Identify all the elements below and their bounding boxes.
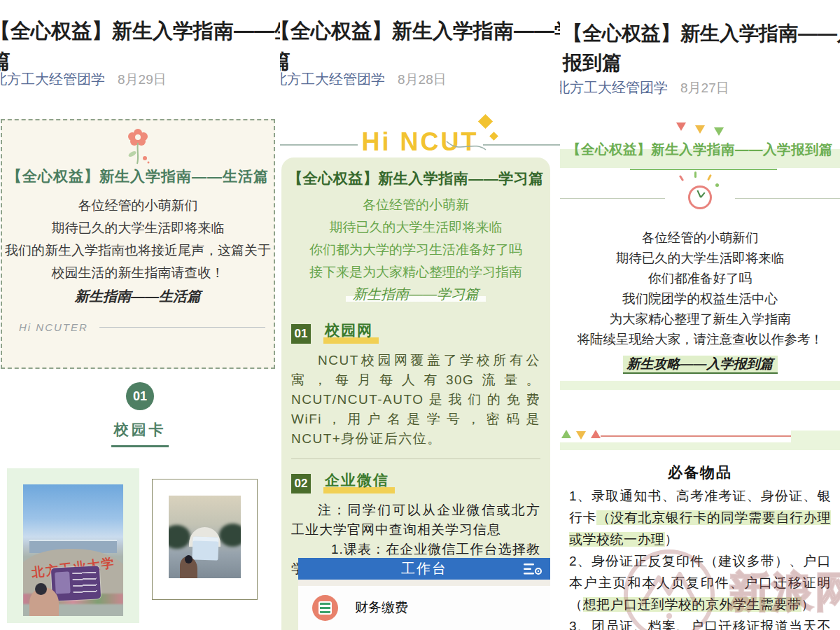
photo-frame-right[interactable] xyxy=(152,479,258,600)
wecom-note: 注：同学们可以从企业微信或北方工业大学官网中查询相关学习信息 xyxy=(291,500,540,540)
publish-date: 8月27日 xyxy=(680,79,729,97)
network-paragraph: NCUT校园网覆盖了学校所有公寓，每月每人有30G流量。NCUT/NCUT-AU… xyxy=(291,351,540,449)
workbench-screenshot[interactable]: 工作台 财务缴费 复学码 xyxy=(298,558,550,630)
divider-line xyxy=(735,198,840,199)
checklist-heading: 必备物品 xyxy=(560,463,840,482)
section-header-network: 01 校园网 xyxy=(291,321,550,344)
divider-line xyxy=(560,198,665,199)
highlighted-text: （没有北京银行卡的同学需要自行办理或学校统一办理 xyxy=(569,510,831,547)
green-band xyxy=(560,442,840,450)
triangle-icon xyxy=(695,125,705,134)
intro-line: 为大家精心整理了新生入学指南 xyxy=(560,309,840,329)
checklist: 1、录取通知书、高考准考证、身份证、银行卡（没有北京银行卡的同学需要自行办理或学… xyxy=(560,485,840,630)
publish-date: 8月29日 xyxy=(118,71,167,89)
author-link[interactable]: 北方工大经管团学 xyxy=(560,78,668,97)
clock-spark xyxy=(707,174,712,181)
article-title-study: 【全心权益】新生入学指南——学习篇 xyxy=(280,16,560,76)
article-meta: 北方工大经管团学 8月27日 xyxy=(560,78,729,97)
checklist-item: 1、录取通知书、高考准考证、身份证、银行卡（没有北京银行卡的同学需要自行办理或学… xyxy=(569,485,831,550)
section-number-badge: 01 xyxy=(126,382,154,410)
clock-icon xyxy=(688,186,712,209)
sparkle-icon xyxy=(478,114,493,129)
highlighted-text: 想把户口迁到学校的京外学生需要带 xyxy=(583,597,802,612)
campus-card-blue xyxy=(192,536,218,560)
campus-photo-stone: 北方工业大学 xyxy=(23,484,123,616)
triangle-icon xyxy=(561,430,571,438)
intro-card-life: 【全心权益】新生入学指南——生活篇 各位经管的小萌新们 期待已久的大学生活即将来… xyxy=(1,119,275,369)
card-slogan: 新生指南——生活篇 xyxy=(2,287,274,306)
article-column-study: 【全心权益】新生入学指南——学习篇 北方工大经管团学 8月28日 Hi NCUT… xyxy=(280,0,560,630)
registration-title: 【全心权益】新生入学指南——入学报到篇 xyxy=(560,140,840,159)
card-slogan: 新生指南——学习篇 xyxy=(281,285,550,304)
author-link[interactable]: 北方工大经管团学 xyxy=(280,70,385,89)
workbench-title: 工作台 xyxy=(298,558,550,580)
card-text-lines xyxy=(72,572,97,594)
triangle-icon xyxy=(576,431,586,440)
article-collage: 【全心权益】新生入学指南——生活篇 北方工大经管团学 8月29日 【全心权益】新… xyxy=(0,0,840,630)
triangle-icon xyxy=(676,122,686,131)
registration-slogan: 新生攻略——入学报到篇 xyxy=(560,355,840,373)
article-title-registration: 【全心权益】新生入学指南——入学报到篇 xyxy=(563,19,840,78)
swoosh-line xyxy=(445,139,487,154)
green-band xyxy=(560,381,840,390)
intro-line: 接下来是为大家精心整理的学习指南 xyxy=(281,261,550,284)
workbench-row-label: 财务缴费 xyxy=(355,598,408,617)
clock-spark xyxy=(715,183,719,187)
section-title-underline xyxy=(111,445,169,447)
article-column-registration: 【全心权益】新生入学指南——入学报到篇 北方工大经管团学 8月27日 【全心权益… xyxy=(560,0,840,630)
author-link[interactable]: 北方工大经管团学 xyxy=(0,70,105,89)
workbench-titlebar: 工作台 xyxy=(298,558,550,580)
workbench-row-finance: 财务缴费 xyxy=(312,592,550,624)
intro-line: 期待已久的大学生活即将来临 xyxy=(281,216,550,239)
intro-line: 我们院团学的权益生活中心 xyxy=(560,288,840,309)
tree-shape xyxy=(169,525,190,548)
article-column-life: 【全心权益】新生入学指南——生活篇 北方工大经管团学 8月29日 【全心权益】新… xyxy=(0,0,280,630)
section-header-wecom: 02 企业微信 xyxy=(291,470,550,493)
triangle-icon xyxy=(714,127,724,136)
campus-card-purple xyxy=(51,566,101,602)
card-photo-area xyxy=(55,572,71,594)
nail-shape xyxy=(185,555,192,564)
card-body: 各位经管的小萌新们 期待已久的大学生活即将来临 我们的新生入学指南也将接近尾声，… xyxy=(2,195,274,284)
body-line: 期待已久的大学生活即将来临 xyxy=(5,217,271,239)
section-title-wecom: 企业微信 xyxy=(323,470,395,493)
checklist-item: 2、身份证正反复印件（建议多带）、户口本户主页和本人页复印件、户口迁移证明（想把… xyxy=(569,550,831,615)
workbench-gap xyxy=(298,580,550,586)
triangle-icon xyxy=(591,430,601,438)
article-meta: 北方工大经管团学 8月29日 xyxy=(0,70,167,89)
clock-spark xyxy=(679,175,684,181)
intro-line: 你们都为大学的学习生活准备好了吗 xyxy=(281,239,550,261)
triangle-divider-row xyxy=(561,430,601,438)
title-underline xyxy=(630,169,777,170)
campus-photo-gate xyxy=(169,496,241,578)
workbench-row-code: 复学码 xyxy=(312,626,550,630)
tree-shape xyxy=(219,524,241,547)
filter-settings-icon xyxy=(524,563,542,575)
hi-ncuter-row: Hi NCUTER xyxy=(2,321,274,333)
section-title-network: 校园网 xyxy=(323,321,379,344)
checklist-item: 3、团员证、档案、户口迁移证报道当天不收取 xyxy=(569,615,831,630)
section-title-campus-card: 校园卡 xyxy=(0,420,280,440)
hi-ncut-banner: Hi NCUT xyxy=(280,127,560,157)
card-title: 【全心权益】新生入学指南——学习篇 xyxy=(281,158,550,188)
intro-line: 各位经管的小萌新 xyxy=(281,194,550,216)
photo-frame-left[interactable]: 北方工业大学 xyxy=(7,468,139,623)
hi-ncuter-label: Hi NCUTER xyxy=(19,321,88,333)
intro-line: 将陆续呈现给大家，请注意查收以作参考！ xyxy=(560,329,840,349)
intro-line: 期待已久的大学生活即将来临 xyxy=(560,248,840,268)
section-divider xyxy=(291,458,540,459)
intro-text: 各位经管的小萌新们 期待已久的大学生活即将来临 你们都准备好了吗 我们院团学的权… xyxy=(560,227,840,349)
section-number-badge: 02 xyxy=(291,474,311,493)
clock-spark xyxy=(694,172,696,178)
article-title-life: 【全心权益】新生入学指南——生活篇 xyxy=(0,16,280,76)
flower-icon xyxy=(122,126,153,165)
card-title: 【全心权益】新生入学指南——生活篇 xyxy=(2,167,274,186)
article-meta: 北方工大经管团学 8月28日 xyxy=(280,70,447,89)
divider-line xyxy=(99,327,265,328)
triangle-decoration-row xyxy=(560,122,840,131)
section-number-badge: 01 xyxy=(291,324,311,344)
body-line: 我们的新生入学指南也将接近尾声，这篇关于校园生活的新生指南请查收！ xyxy=(5,239,271,284)
finance-payment-icon xyxy=(312,595,338,621)
green-band-right xyxy=(791,430,840,442)
card-intro: 各位经管的小萌新 期待已久的大学生活即将来临 你们都为大学的学习生活准备好了吗 … xyxy=(281,194,550,284)
